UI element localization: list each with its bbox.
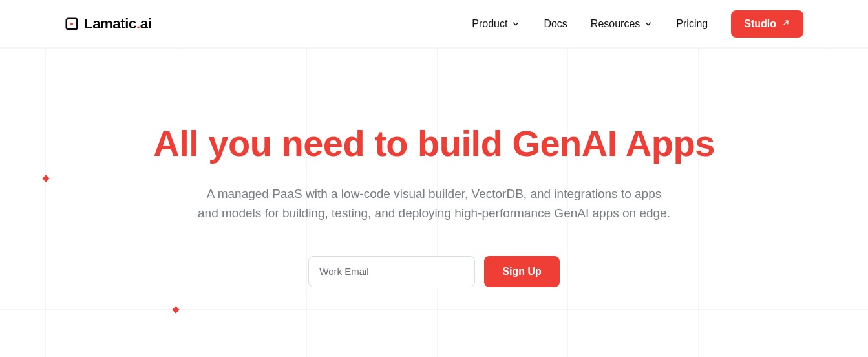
nav-pricing[interactable]: Pricing [676, 18, 708, 30]
nav-resources-label: Resources [591, 18, 640, 30]
nav-product-label: Product [472, 18, 507, 30]
nav-docs[interactable]: Docs [544, 18, 567, 30]
grid-diamond-icon [172, 306, 179, 313]
grid-diamond-icon [42, 175, 49, 182]
nav-docs-label: Docs [544, 18, 567, 30]
chevron-down-icon [511, 19, 520, 28]
studio-button-label: Studio [744, 18, 776, 30]
signup-form: Sign Up [143, 256, 725, 287]
studio-button[interactable]: Studio [731, 10, 803, 38]
brand-logo[interactable]: Lamatic.ai [65, 16, 152, 32]
email-field[interactable] [308, 256, 475, 287]
hero-section: All you need to build GenAI Apps A manag… [143, 48, 725, 287]
brand-name: Lamatic.ai [84, 16, 152, 32]
site-header: Lamatic.ai Product Docs Resources Pricin… [0, 0, 868, 48]
svg-rect-1 [70, 22, 73, 25]
nav-product[interactable]: Product [472, 18, 520, 30]
logo-mark-icon [65, 17, 79, 31]
chevron-down-icon [644, 19, 653, 28]
nav-pricing-label: Pricing [676, 18, 708, 30]
hero-subtext: A managed PaaS with a low-code visual bu… [195, 184, 673, 224]
arrow-up-right-icon [781, 18, 790, 30]
hero-headline: All you need to build GenAI Apps [143, 122, 725, 165]
main-nav: Product Docs Resources Pricing Studio [472, 10, 803, 38]
nav-resources[interactable]: Resources [591, 18, 653, 30]
signup-button[interactable]: Sign Up [484, 256, 559, 287]
